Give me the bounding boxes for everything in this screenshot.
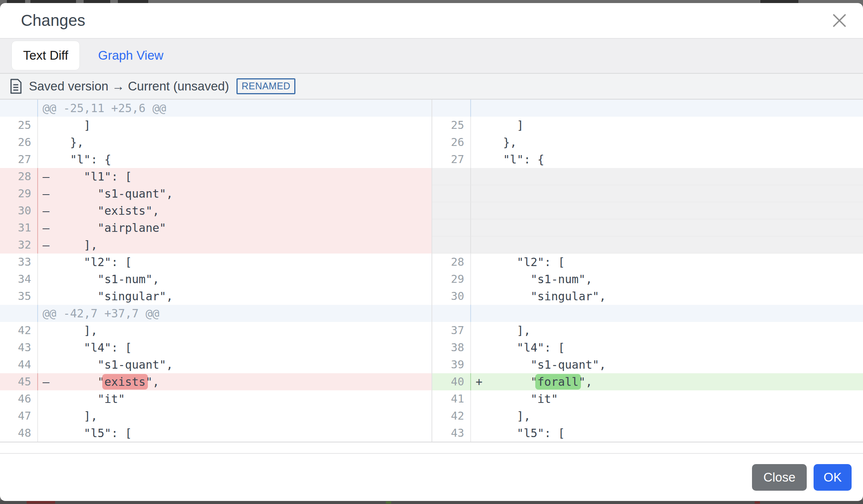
line-number: 28 xyxy=(432,254,471,271)
line-number: 33 xyxy=(0,254,38,271)
code-text: "s1-quant", xyxy=(471,356,863,373)
diff-line: 43 "l4": [ xyxy=(0,339,432,356)
code-cell xyxy=(471,305,863,322)
dialog-footer: Close OK xyxy=(0,454,863,501)
line-number: 43 xyxy=(0,339,38,356)
line-number: 39 xyxy=(432,356,471,373)
line-number: 27 xyxy=(0,151,38,168)
code-text: ], xyxy=(471,407,863,425)
code-text: ] xyxy=(471,117,863,134)
code-text: "l4": [ xyxy=(471,339,863,356)
code-text: "l": { xyxy=(471,151,863,168)
line-number: 44 xyxy=(0,356,38,373)
line-number xyxy=(432,202,471,219)
code-cell: – "s1-quant", xyxy=(38,185,432,202)
line-number: 47 xyxy=(0,407,38,425)
tab-bar: Text Diff Graph View xyxy=(0,39,863,74)
code-text: ], xyxy=(471,322,863,339)
code-cell: "l2": [ xyxy=(471,254,863,271)
code-text: "s1-num", xyxy=(38,271,432,288)
diff-line: 30 "singular", xyxy=(432,288,863,305)
file-header-row: Saved version → Current (unsaved) RENAME… xyxy=(0,74,863,100)
code-cell: "l5": [ xyxy=(38,425,432,442)
changed-word: forall xyxy=(535,374,581,390)
code-text: "s1-quant", xyxy=(38,356,432,373)
code-cell: "s1-quant", xyxy=(471,356,863,373)
diff-line: 28– "l1": [ xyxy=(0,168,432,185)
line-number xyxy=(432,236,471,253)
line-number: 29 xyxy=(432,271,471,288)
line-number: 29 xyxy=(0,185,38,202)
code-cell: ] xyxy=(471,117,863,134)
line-number: 26 xyxy=(432,134,471,151)
code-cell: + "forall", xyxy=(471,373,863,390)
hunk-header-row: @@ -25,11 +25,6 @@ xyxy=(0,100,432,117)
diff-line: 27 "l": { xyxy=(432,151,863,168)
document-icon xyxy=(9,78,22,94)
line-number: 48 xyxy=(0,425,38,442)
code-cell: }, xyxy=(38,134,432,151)
line-number: 42 xyxy=(432,407,471,425)
code-text: ], xyxy=(38,322,432,339)
close-button[interactable]: Close xyxy=(752,464,807,491)
code-text: – "l1": [ xyxy=(38,168,432,185)
diff-line: 37 ], xyxy=(432,322,863,339)
diff-viewer[interactable]: @@ -25,11 +25,6 @@25 ]26 },27 "l": {28– … xyxy=(0,100,863,442)
diff-line: 33 "l2": [ xyxy=(0,254,432,271)
diff-line: 42 ], xyxy=(0,322,432,339)
hunk-header-row xyxy=(432,305,863,322)
code-text: "l4": [ xyxy=(38,339,432,356)
code-cell: "it" xyxy=(38,390,432,407)
close-icon[interactable] xyxy=(830,11,849,30)
empty-filler-row xyxy=(432,202,863,219)
code-text: "l2": [ xyxy=(471,254,863,271)
code-cell: ], xyxy=(38,407,432,425)
code-text: + "forall", xyxy=(471,373,863,390)
diff-line: 48 "l5": [ xyxy=(0,425,432,442)
close-x-glyph xyxy=(832,13,847,28)
code-cell: "s1-num", xyxy=(471,271,863,288)
diff-line: 39 "s1-quant", xyxy=(432,356,863,373)
diff-line: 43 "l5": [ xyxy=(432,425,863,442)
line-number: 42 xyxy=(0,322,38,339)
diff-line: 31– "airplane" xyxy=(0,219,432,236)
code-text: "singular", xyxy=(38,288,432,305)
code-cell: – "airplane" xyxy=(38,219,432,236)
code-cell: @@ -25,11 +25,6 @@ xyxy=(38,100,432,117)
code-cell: – "exists", xyxy=(38,202,432,219)
line-number: 43 xyxy=(432,425,471,442)
code-text: }, xyxy=(471,134,863,151)
diff-line: 26 }, xyxy=(0,134,432,151)
tab-graph-view[interactable]: Graph View xyxy=(94,41,167,70)
diff-line: 40+ "forall", xyxy=(432,373,863,390)
code-cell xyxy=(471,219,863,236)
renamed-badge: RENAMED xyxy=(236,78,295,94)
diff-line: 41 "it" xyxy=(432,390,863,407)
code-text: "it" xyxy=(471,390,863,407)
line-number xyxy=(432,219,471,236)
line-number xyxy=(0,100,38,117)
code-text: ] xyxy=(38,117,432,134)
diff-line: 29– "s1-quant", xyxy=(0,185,432,202)
line-number xyxy=(432,185,471,202)
diff-line: 46 "it" xyxy=(0,390,432,407)
diff-pane-new: 25 ]26 },27 "l": {28 "l2": [29 "s1-num",… xyxy=(432,100,863,442)
code-cell: "l4": [ xyxy=(471,339,863,356)
line-number: 34 xyxy=(0,271,38,288)
tab-text-diff[interactable]: Text Diff xyxy=(11,41,80,70)
dialog-title: Changes xyxy=(21,11,86,30)
ok-button[interactable]: OK xyxy=(814,464,852,491)
code-cell xyxy=(471,185,863,202)
diff-line: 25 ] xyxy=(432,117,863,134)
code-cell: – "l1": [ xyxy=(38,168,432,185)
code-text: – "exists", xyxy=(38,373,432,390)
changed-word: exists xyxy=(102,374,148,390)
code-cell: "l2": [ xyxy=(38,254,432,271)
line-number: 45 xyxy=(0,373,38,390)
code-text: – "s1-quant", xyxy=(38,185,432,202)
line-number: 31 xyxy=(0,219,38,236)
code-cell: @@ -42,7 +37,7 @@ xyxy=(38,305,432,322)
line-number xyxy=(432,168,471,185)
code-text: – "airplane" xyxy=(38,219,432,236)
hunk-header-text: @@ -25,11 +25,6 @@ xyxy=(38,100,432,117)
